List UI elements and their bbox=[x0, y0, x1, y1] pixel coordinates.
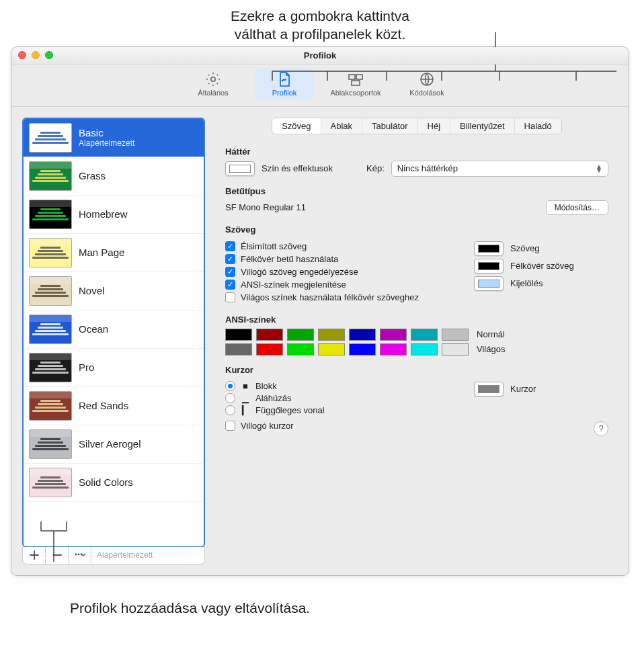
color-swatch-button[interactable] bbox=[474, 241, 504, 256]
ansi-swatch[interactable] bbox=[349, 343, 376, 355]
profile-item-basic[interactable]: BasicAlapértelmezett bbox=[24, 119, 204, 157]
radio-button[interactable] bbox=[225, 405, 235, 415]
swatch-line: Félkövér szöveg bbox=[474, 259, 608, 274]
tab-ablak[interactable]: Ablak bbox=[321, 118, 363, 134]
minimize-window-button[interactable] bbox=[32, 51, 40, 59]
color-swatch-button[interactable] bbox=[474, 276, 504, 291]
ansi-swatch[interactable] bbox=[411, 329, 438, 341]
cursor-color-label: Kurzor bbox=[510, 384, 536, 394]
window-title: Profilok bbox=[18, 50, 622, 60]
profile-name: Red Sands bbox=[79, 400, 128, 411]
ansi-swatch[interactable] bbox=[318, 329, 345, 341]
profile-label: Red Sands bbox=[79, 400, 128, 411]
ansi-swatch[interactable] bbox=[411, 343, 438, 355]
toolbar-profiles[interactable]: Profilok bbox=[255, 69, 313, 99]
section-text: Szöveg bbox=[225, 224, 608, 235]
ansi-swatch[interactable] bbox=[287, 343, 314, 355]
profile-name: Pro bbox=[79, 362, 94, 373]
toolbar-encodings[interactable]: Kódolások bbox=[398, 69, 456, 99]
svg-point-6 bbox=[75, 554, 77, 556]
globe-icon bbox=[417, 71, 436, 87]
check-row: Villogó kurzor bbox=[225, 421, 458, 431]
close-window-button[interactable] bbox=[18, 51, 26, 59]
checkbox[interactable]: ✓ bbox=[225, 241, 235, 251]
font-value: SF Mono Regular 11 bbox=[225, 202, 539, 212]
profile-actions-button[interactable] bbox=[69, 547, 91, 564]
ansi-swatch[interactable] bbox=[318, 343, 345, 355]
profile-tabs: SzövegAblakTabulátorHéjBillentyűzetHalad… bbox=[272, 118, 562, 134]
profile-item-pro[interactable]: Pro bbox=[24, 349, 204, 387]
radio-button[interactable] bbox=[225, 393, 235, 403]
toolbar-window-groups[interactable]: Ablakcsoportok bbox=[327, 69, 385, 99]
ansi-swatch[interactable] bbox=[225, 329, 252, 341]
toolbar-label: Általános bbox=[184, 89, 242, 97]
checkbox-label: Félkövér betű használata bbox=[241, 254, 338, 264]
radio-label: Függőleges vonal bbox=[255, 405, 325, 415]
checkbox[interactable]: ✓ bbox=[225, 267, 235, 277]
cursor-option: ■Blokk bbox=[225, 381, 458, 391]
tab-tabulátor[interactable]: Tabulátor bbox=[362, 118, 417, 134]
background-image-select[interactable]: Nincs háttérkép ▲▼ bbox=[391, 161, 608, 177]
tab-szöveg[interactable]: Szöveg bbox=[272, 118, 321, 134]
section-cursor: Kurzor bbox=[225, 365, 608, 375]
profile-label: Novel bbox=[79, 285, 104, 296]
profile-label: Homebrew bbox=[79, 208, 128, 220]
ansi-swatch[interactable] bbox=[256, 329, 283, 341]
check-row: ✓Villogó szöveg engedélyezése bbox=[225, 267, 458, 277]
ansi-swatch[interactable] bbox=[225, 343, 252, 355]
color-swatch-button[interactable] bbox=[474, 259, 504, 274]
tab-billentyűzet[interactable]: Billentyűzet bbox=[450, 118, 514, 134]
ansi-normal-row: Normál bbox=[225, 329, 608, 341]
ansi-swatch[interactable] bbox=[442, 329, 469, 341]
tab-haladó[interactable]: Haladó bbox=[515, 118, 561, 134]
profile-thumbnail bbox=[29, 468, 72, 497]
section-ansi: ANSI-színek bbox=[225, 314, 608, 325]
radio-label: Blokk bbox=[255, 381, 277, 391]
change-font-button[interactable]: Módosítás… bbox=[546, 200, 608, 215]
profile-item-homebrew[interactable]: Homebrew bbox=[24, 196, 204, 234]
profile-list[interactable]: BasicAlapértelmezettGrassHomebrewMan Pag… bbox=[22, 118, 205, 548]
set-default-button[interactable]: Alapértelmezett bbox=[91, 547, 204, 564]
profile-item-novel[interactable]: Novel bbox=[24, 272, 204, 310]
tab-héj[interactable]: Héj bbox=[418, 118, 451, 134]
checkbox[interactable]: ✓ bbox=[225, 254, 235, 264]
checkbox[interactable] bbox=[225, 292, 235, 302]
section-background: Háttér bbox=[225, 146, 608, 157]
cursor-glyph-icon: ▁ bbox=[241, 393, 250, 403]
profile-item-red-sands[interactable]: Red Sands bbox=[24, 387, 204, 425]
profile-item-solid-colors[interactable]: Solid Colors bbox=[24, 464, 204, 502]
checkbox[interactable]: ✓ bbox=[225, 280, 235, 290]
swatch-label: Félkövér szöveg bbox=[510, 261, 574, 271]
profile-item-man-page[interactable]: Man Page bbox=[24, 234, 204, 272]
ansi-swatch[interactable] bbox=[349, 329, 376, 341]
callout-text-1: Ezekre a gombokra kattintva bbox=[231, 8, 409, 24]
toolbar-general[interactable]: Általános bbox=[184, 69, 242, 99]
ansi-swatch[interactable] bbox=[442, 343, 469, 355]
check-row: ✓ANSI-színek megjelenítése bbox=[225, 280, 458, 290]
add-profile-button[interactable] bbox=[23, 547, 46, 564]
ansi-swatch[interactable] bbox=[380, 343, 407, 355]
cursor-option: ▎Függőleges vonal bbox=[225, 405, 458, 415]
help-button[interactable]: ? bbox=[594, 421, 608, 436]
profile-item-grass[interactable]: Grass bbox=[24, 157, 204, 196]
cursor-color-button[interactable] bbox=[474, 382, 504, 396]
profile-item-silver-aerogel[interactable]: Silver Aerogel bbox=[24, 425, 204, 464]
ansi-swatch[interactable] bbox=[287, 329, 314, 341]
titlebar: Profilok bbox=[11, 47, 629, 65]
profile-item-ocean[interactable]: Ocean bbox=[24, 310, 204, 349]
ansi-swatch[interactable] bbox=[256, 343, 283, 355]
remove-profile-button[interactable] bbox=[46, 547, 69, 564]
profile-subtitle: Alapértelmezett bbox=[79, 138, 134, 148]
background-color-label: Szín és effektusok bbox=[262, 163, 333, 173]
callout-bottom-text: Profilok hozzáadása vagy eltávolítása. bbox=[70, 600, 310, 616]
zoom-window-button[interactable] bbox=[45, 51, 53, 59]
ansi-swatch[interactable] bbox=[380, 329, 407, 341]
checkbox[interactable] bbox=[225, 421, 235, 431]
radio-button[interactable] bbox=[225, 381, 235, 391]
main-panel: SzövegAblakTabulátorHéjBillentyűzetHalad… bbox=[216, 118, 618, 564]
profile-name: Man Page bbox=[79, 247, 124, 258]
profile-thumbnail bbox=[29, 429, 72, 459]
swatch-label: Szöveg bbox=[510, 243, 539, 253]
profile-label: Solid Colors bbox=[79, 476, 133, 488]
background-color-button[interactable] bbox=[225, 161, 255, 176]
